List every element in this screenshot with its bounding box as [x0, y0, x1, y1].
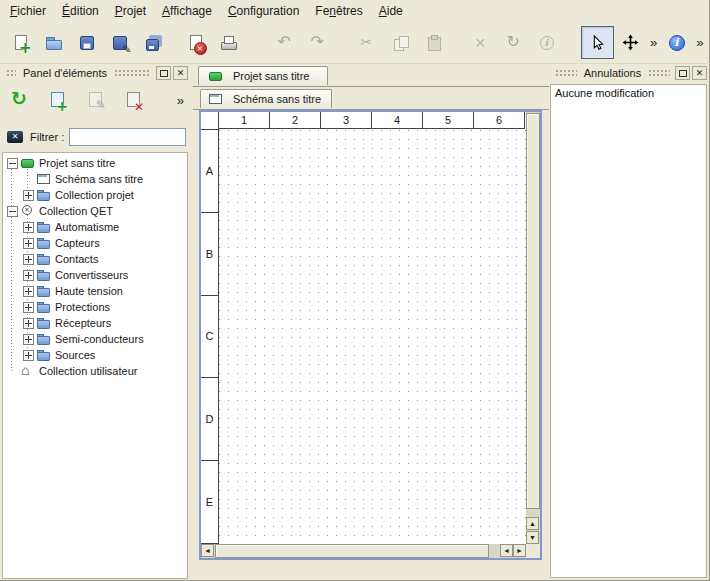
- horizontal-scrollbar[interactable]: ◄ ◄ ►: [201, 544, 526, 558]
- filter-input[interactable]: [69, 128, 186, 146]
- tree-item-label: Collection QET: [39, 205, 113, 217]
- schema-icon: [209, 93, 223, 105]
- tree-item-capteurs[interactable]: Capteurs: [3, 235, 187, 251]
- cut-icon: [359, 34, 377, 52]
- save-as-icon: [111, 34, 129, 52]
- folder-icon: [37, 301, 51, 313]
- about-info-icon: [668, 34, 686, 52]
- expander-plus[interactable]: [23, 318, 34, 329]
- dock-close-button[interactable]: [173, 66, 188, 80]
- dock-grip-handle[interactable]: [555, 69, 577, 76]
- vertical-scrollbar-thumb[interactable]: [526, 113, 540, 509]
- main-toolbar: » »: [0, 22, 710, 64]
- tree-item-convertisseurs[interactable]: Convertisseurs: [3, 267, 187, 283]
- menu-projet[interactable]: Projet: [107, 1, 154, 21]
- toolbar-overflow-button-right[interactable]: »: [693, 35, 706, 50]
- redo-button[interactable]: [302, 26, 335, 59]
- paste-button[interactable]: [417, 26, 450, 59]
- tree-item-label: Schéma sans titre: [55, 173, 143, 185]
- delete-element-button[interactable]: [118, 86, 148, 115]
- about-qet-button[interactable]: [660, 26, 693, 59]
- dock-float-button[interactable]: [675, 66, 690, 80]
- expander-plus[interactable]: [23, 222, 34, 233]
- save-as-button[interactable]: [103, 26, 136, 59]
- rotate-button[interactable]: [497, 26, 530, 59]
- undo-button[interactable]: [269, 26, 302, 59]
- undo-history-list[interactable]: Aucune modification: [550, 84, 707, 578]
- expander-plus[interactable]: [23, 190, 34, 201]
- panel-overflow-button[interactable]: »: [174, 93, 187, 108]
- scroll-up-button[interactable]: ▲: [526, 517, 539, 530]
- print-button[interactable]: [212, 26, 245, 59]
- tree-item-collection-utilisateur[interactable]: Collection utilisateur: [3, 363, 187, 379]
- open-file-button[interactable]: [37, 26, 70, 59]
- expander-plus[interactable]: [23, 350, 34, 361]
- tree-item-project[interactable]: Projet sans titre: [3, 155, 187, 171]
- schema-canvas[interactable]: [219, 130, 526, 544]
- ruler-column-label: 3: [321, 112, 372, 129]
- dock-float-button[interactable]: [156, 66, 171, 80]
- cut-button[interactable]: [351, 26, 384, 59]
- expander-plus[interactable]: [23, 286, 34, 297]
- tree-item-schema[interactable]: Schéma sans titre: [3, 171, 187, 187]
- element-info-button[interactable]: [530, 26, 563, 59]
- expander-minus[interactable]: [7, 158, 18, 169]
- tree-item-label: Contacts: [55, 253, 98, 265]
- filter-clear-button[interactable]: [5, 129, 25, 145]
- new-element-button[interactable]: [42, 86, 72, 115]
- dock-grip-handle[interactable]: [6, 69, 16, 76]
- close-file-button[interactable]: [179, 26, 212, 59]
- menu-fenetres[interactable]: Fenêtres: [307, 1, 370, 21]
- expander-plus[interactable]: [23, 254, 34, 265]
- move-tool-button[interactable]: [614, 26, 647, 59]
- tree-item-label: Collection projet: [55, 189, 134, 201]
- tree-item-collection-qet[interactable]: Collection QET: [3, 203, 187, 219]
- vertical-scrollbar[interactable]: ▲ ▼: [526, 112, 540, 544]
- expander-plus[interactable]: [23, 238, 34, 249]
- reload-collections-button[interactable]: [4, 86, 34, 115]
- scroll-left-button-2[interactable]: ◄: [500, 544, 513, 557]
- scroll-down-button[interactable]: ▼: [526, 531, 539, 544]
- tree-item-automatisme[interactable]: Automatisme: [3, 219, 187, 235]
- project-icon: [209, 70, 223, 82]
- new-file-icon: [12, 34, 30, 52]
- expander-plus[interactable]: [23, 334, 34, 345]
- save-all-button[interactable]: [136, 26, 169, 59]
- scroll-right-button[interactable]: ►: [513, 544, 526, 557]
- tree-item-collection-projet[interactable]: Collection projet: [3, 187, 187, 203]
- select-tool-button[interactable]: [581, 26, 614, 59]
- clear-filter-icon: [7, 131, 23, 143]
- delete-button[interactable]: [464, 26, 497, 59]
- folder-icon: [37, 285, 51, 297]
- new-file-button[interactable]: [4, 26, 37, 59]
- tree-item-label: Projet sans titre: [39, 157, 115, 169]
- horizontal-scrollbar-thumb[interactable]: [215, 544, 489, 558]
- tab-schema[interactable]: Schéma sans titre: [200, 89, 332, 108]
- expander-plus[interactable]: [23, 302, 34, 313]
- edit-element-button[interactable]: [80, 86, 110, 115]
- scrollbar-corner: [526, 544, 540, 558]
- menu-configuration[interactable]: Configuration: [220, 1, 307, 21]
- tree-item-sources[interactable]: Sources: [3, 347, 187, 363]
- menu-aide[interactable]: Aide: [371, 1, 411, 21]
- copy-button[interactable]: [384, 26, 417, 59]
- menu-fichier[interactable]: Fichier: [2, 1, 54, 21]
- tree-item-protections[interactable]: Protections: [3, 299, 187, 315]
- menu-edition[interactable]: Édition: [54, 1, 107, 21]
- menu-affichage[interactable]: Affichage: [154, 1, 220, 21]
- scroll-left-button[interactable]: ◄: [201, 544, 214, 557]
- info-icon: [538, 34, 556, 52]
- tree-item-haute-tension[interactable]: Haute tension: [3, 283, 187, 299]
- dock-grip-handle[interactable]: [114, 69, 151, 76]
- tree-item-contacts[interactable]: Contacts: [3, 251, 187, 267]
- expander-minus[interactable]: [7, 206, 18, 217]
- save-button[interactable]: [70, 26, 103, 59]
- tab-project[interactable]: Projet sans titre: [198, 66, 328, 85]
- dock-grip-handle[interactable]: [648, 69, 670, 76]
- tree-item-recepteurs[interactable]: Récepteurs: [3, 315, 187, 331]
- dock-close-button[interactable]: [692, 66, 707, 80]
- expander-plus[interactable]: [23, 270, 34, 281]
- toolbar-overflow-button[interactable]: »: [647, 35, 660, 50]
- folder-icon: [37, 237, 51, 249]
- tree-item-semi-conducteurs[interactable]: Semi-conducteurs: [3, 331, 187, 347]
